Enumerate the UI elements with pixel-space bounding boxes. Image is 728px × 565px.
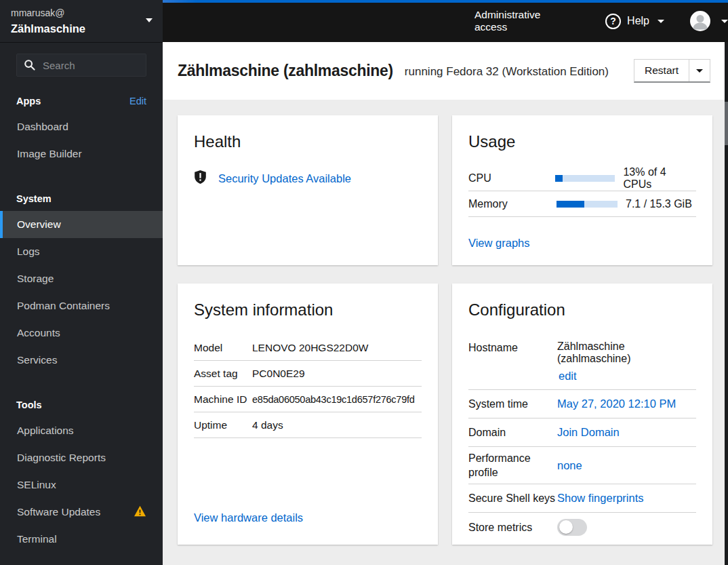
search-icon [24, 59, 35, 73]
toggle-knob [559, 520, 573, 534]
sidebar-nav: Apps Edit Dashboard Image Builder System… [0, 77, 163, 565]
sidebar-item-storage[interactable]: Storage [0, 265, 163, 292]
configuration-card: Configuration Hostname Zählmaschine (zah… [452, 284, 712, 545]
scrollbar-track[interactable] [725, 42, 728, 565]
question-circle-icon: ? [605, 14, 621, 29]
sidebar-item-accounts[interactable]: Accounts [0, 319, 163, 347]
usage-row-cpu: CPU 13% of 4 CPUs [468, 165, 696, 191]
join-domain-link[interactable]: Join Domain [557, 426, 620, 439]
health-card: Health Security Updates Available [178, 115, 438, 265]
sidebar-item-terminal[interactable]: Terminal [0, 526, 163, 553]
table-row: Model LENOVO 20HGS22D0W [194, 335, 422, 361]
chevron-down-icon [696, 69, 703, 73]
sidebar-item-diagnostic-reports[interactable]: Diagnostic Reports [0, 444, 163, 471]
user-session-menu[interactable] [690, 11, 728, 31]
sidebar-item-image-builder[interactable]: Image Builder [0, 140, 163, 168]
sidebar-item-software-updates[interactable]: Software Updates [0, 499, 163, 526]
cpu-progress-bar [555, 175, 615, 182]
system-time-row: System time May 27, 2020 12:10 PM [468, 390, 696, 418]
security-updates-link[interactable]: Security Updates Available [218, 172, 351, 185]
system-information-title: System information [194, 300, 422, 320]
cpu-usage-value: 13% of 4 CPUs [623, 166, 696, 191]
show-fingerprints-link[interactable]: Show fingerprints [557, 492, 643, 505]
usage-card: Usage CPU 13% of 4 CPUs Memory 7.1 / 15.… [452, 115, 712, 265]
health-card-title: Health [194, 132, 422, 152]
sidebar-item-overview[interactable]: Overview [0, 211, 163, 238]
logged-in-user: mmarusak@ [11, 6, 152, 20]
usage-row-memory: Memory 7.1 / 15.3 GiB [468, 191, 696, 217]
administrative-access-button[interactable]: Administrative access [474, 9, 575, 33]
scrollbar-thumb[interactable] [725, 102, 728, 145]
table-row: Uptime 4 days [194, 412, 422, 438]
help-menu[interactable]: ? Help [605, 14, 664, 29]
sidebar-item-podman-containers[interactable]: Podman Containers [0, 292, 163, 319]
page-header: Zählmaschine (zahlmaschine) running Fedo… [163, 42, 728, 100]
chevron-down-icon [146, 18, 153, 22]
page-title: Zählmaschine (zahlmaschine) [178, 62, 393, 80]
configuration-title: Configuration [468, 300, 696, 320]
restart-dropdown-toggle[interactable] [689, 60, 710, 81]
page-subtitle: running Fedora 32 (Workstation Edition) [405, 63, 609, 79]
avatar [690, 11, 710, 31]
sidebar-item-applications[interactable]: Applications [0, 417, 163, 444]
table-row: Machine ID e85da06050ab43c19c1d657f276c7… [194, 387, 422, 412]
store-metrics-toggle[interactable] [557, 519, 587, 536]
sidebar-search [16, 54, 146, 77]
performance-profile-link[interactable]: none [557, 459, 582, 472]
search-input[interactable] [16, 54, 146, 77]
view-hardware-details-link[interactable]: View hardware details [194, 511, 303, 524]
host-switcher[interactable]: mmarusak@ Zählmaschine [0, 0, 163, 43]
hostname-edit-link[interactable]: edit [559, 370, 696, 383]
restart-button[interactable]: Restart [634, 60, 689, 81]
store-metrics-row: Store metrics [468, 513, 696, 541]
performance-profile-row: Performance profile none [468, 447, 696, 484]
memory-progress-bar [557, 201, 618, 208]
configuration-table: Hostname Zählmaschine (zahlmaschine) edi… [468, 335, 696, 541]
masthead: Administrative access ? Help [163, 0, 728, 42]
system-information-table: Model LENOVO 20HGS22D0W Asset tag PC0N0E… [194, 335, 422, 438]
usage-table: CPU 13% of 4 CPUs Memory 7.1 / 15.3 GiB [468, 165, 696, 217]
domain-row: Domain Join Domain [468, 418, 696, 447]
masthead-accent-bar [163, 0, 728, 3]
security-shield-icon [194, 170, 207, 187]
hostname-value: Zählmaschine (zahlmaschine) edit [557, 340, 696, 383]
sidebar: mmarusak@ Zählmaschine Apps Edit Dashboa… [0, 0, 163, 565]
restart-split-button: Restart [634, 59, 710, 83]
current-host: Zählmaschine [11, 20, 152, 37]
health-security-item: Security Updates Available [194, 170, 422, 187]
secure-shell-keys-row: Secure Shell keys Show fingerprints [468, 484, 696, 513]
view-graphs-link[interactable]: View graphs [468, 237, 530, 250]
sidebar-item-services[interactable]: Services [0, 347, 163, 374]
nav-heading-tools: Tools [16, 400, 42, 410]
chevron-down-icon [721, 20, 728, 23]
nav-heading-apps: Apps [16, 96, 41, 106]
apps-edit-link[interactable]: Edit [129, 96, 146, 106]
system-time-link[interactable]: May 27, 2020 12:10 PM [557, 397, 676, 410]
nav-section-system: System Overview Logs Storage Podman Cont… [0, 192, 163, 374]
nav-section-tools: Tools Applications Diagnostic Reports SE… [0, 398, 163, 553]
nav-heading-system: System [16, 193, 52, 204]
sidebar-item-logs[interactable]: Logs [0, 238, 163, 265]
nav-section-apps: Apps Edit Dashboard Image Builder [0, 94, 163, 168]
usage-card-title: Usage [468, 132, 696, 152]
hostname-row: Hostname Zählmaschine (zahlmaschine) edi… [468, 335, 696, 390]
chevron-down-icon [658, 20, 664, 23]
overview-content: Health Security Updates Available Usage … [163, 100, 728, 565]
sidebar-item-dashboard[interactable]: Dashboard [0, 113, 163, 140]
warning-triangle-icon [134, 505, 146, 520]
sidebar-item-selinux[interactable]: SELinux [0, 471, 163, 499]
memory-usage-value: 7.1 / 15.3 GiB [626, 198, 692, 210]
table-row: Asset tag PC0N0E29 [194, 361, 422, 387]
system-information-card: System information Model LENOVO 20HGS22D… [178, 284, 438, 545]
